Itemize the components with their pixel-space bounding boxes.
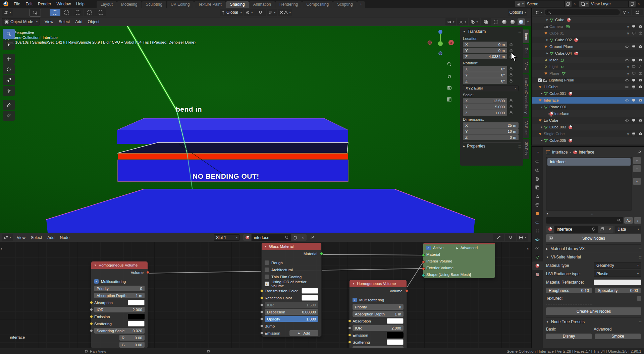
outliner-row-lightiing-freak[interactable]: ✓Lightiing Freak: [532, 77, 644, 83]
node-socket[interactable]: [260, 303, 263, 306]
select-mode-0[interactable]: [50, 9, 60, 16]
properties-tab-scene[interactable]: [532, 192, 543, 200]
shading-wireframe-button[interactable]: [492, 18, 500, 25]
node-socket[interactable]: [348, 334, 351, 337]
tool-move[interactable]: [3, 54, 15, 64]
lock-icon[interactable]: [509, 42, 513, 47]
blender-logo-icon[interactable]: [3, 1, 8, 6]
shading-rendered-button[interactable]: [518, 18, 525, 25]
hide-toggle[interactable]: ∨: [627, 132, 629, 136]
checkbox[interactable]: ✓: [353, 298, 357, 302]
scene-icon[interactable]: ▾: [515, 1, 525, 7]
parent-node-tree-icon[interactable]: [493, 234, 504, 241]
node-menu-node[interactable]: Node: [57, 234, 72, 242]
node-socket[interactable]: [348, 327, 351, 330]
outliner-row-camera[interactable]: Camera∨: [532, 23, 644, 30]
viewport-menu-select[interactable]: Select: [56, 18, 72, 26]
menu-file[interactable]: File: [11, 0, 23, 8]
properties-tab-constraints[interactable]: [532, 244, 543, 252]
lock-icon[interactable]: [509, 67, 513, 71]
tool-measure[interactable]: [3, 111, 15, 121]
npanel-tab-luxcoreonlinelibrary[interactable]: LuxCoreOnlineLibrary: [523, 74, 529, 117]
remove-slot-button[interactable]: −: [633, 165, 641, 172]
roughness-slider[interactable]: Roughness0.10: [546, 288, 592, 293]
properties-tab-output[interactable]: [532, 174, 543, 183]
shading-dropdown[interactable]: ▾: [527, 20, 529, 23]
disable-viewport-toggle-icon[interactable]: [632, 71, 636, 75]
dimensions-y-field[interactable]: Y10 m: [463, 128, 519, 134]
outliner-row-laser[interactable]: laser: [532, 57, 644, 63]
node-color-reflection-color[interactable]: Reflection Color: [262, 294, 321, 301]
expand-arrow[interactable]: ▶: [545, 18, 549, 21]
material-slot-dropdown[interactable]: Slot 1▾: [214, 234, 240, 241]
node-field-ior[interactable]: IOR1.500: [265, 302, 318, 308]
outliner-row-lo-cube[interactable]: Lo Cube: [532, 117, 644, 124]
expand-arrow[interactable]: ▶: [545, 52, 549, 55]
outliner-row-cube-01[interactable]: Cube 01∨: [532, 30, 644, 37]
disable-viewport-toggle-icon[interactable]: [632, 58, 636, 62]
copy-material-button[interactable]: [291, 234, 299, 241]
node-material-output[interactable]: ✓Active▶ AdvancedMaterialInterior Volume…: [423, 243, 495, 278]
npanel-tab-item[interactable]: Item: [523, 30, 529, 43]
disable-viewport-toggle-icon[interactable]: [632, 78, 636, 82]
properties-tab-render[interactable]: [532, 166, 543, 174]
disable-render-toggle-icon[interactable]: [638, 132, 643, 136]
xray-toggle[interactable]: [481, 18, 491, 25]
breadcrumb-object[interactable]: Interface: [552, 150, 568, 155]
location-y-field[interactable]: Y0 m: [463, 48, 507, 53]
hide-toggle[interactable]: ∨: [627, 25, 629, 28]
rotation-x-field[interactable]: X0°: [463, 66, 507, 72]
disable-viewport-toggle-icon[interactable]: [632, 31, 636, 35]
node-field-scattering-scale[interactable]: Scattering Scale0.020: [94, 328, 145, 334]
browse-material-icon-props[interactable]: [546, 226, 554, 233]
node-socket[interactable]: [260, 332, 263, 335]
dimensions-x-field[interactable]: X25 m: [463, 122, 519, 128]
node-color-absorption[interactable]: Absorption: [91, 299, 148, 306]
toggle-ortho-icon[interactable]: [445, 95, 453, 104]
snap-settings-dropdown[interactable]: ▾: [267, 9, 277, 16]
view-layer-icon[interactable]: ▾: [579, 1, 589, 7]
select-mode-4[interactable]: [95, 9, 106, 16]
node-color-emission[interactable]: Emission: [91, 313, 148, 320]
scene-unlink-button[interactable]: ×: [572, 1, 577, 7]
properties-tab-modifiers[interactable]: [532, 218, 543, 226]
node-field-ior[interactable]: IOR2.000: [353, 325, 404, 331]
node-canvas[interactable]: interface ▸ ◂ ▼Homogeneous VolumeVolume✓…: [0, 242, 531, 349]
lock-icon[interactable]: [509, 105, 513, 109]
outliner-row-light[interactable]: Light∨: [532, 63, 644, 70]
node-socket[interactable]: [422, 260, 425, 263]
active-tool-icon[interactable]: [30, 9, 41, 17]
breadcrumb-material[interactable]: interface: [579, 150, 594, 155]
slot-expand-arrow[interactable]: ▼: [546, 212, 549, 215]
menu-window[interactable]: Window: [54, 0, 73, 8]
hide-toggle-icon[interactable]: [625, 45, 629, 49]
new-collection-button[interactable]: [632, 9, 643, 15]
disable-viewport-toggle-icon[interactable]: [632, 132, 636, 136]
hide-toggle[interactable]: ∨: [627, 72, 629, 75]
create-envi-nodes-button[interactable]: Create EnVi Nodes: [546, 307, 641, 315]
node-field-g[interactable]: G0.00: [119, 342, 145, 348]
material-name-field-props[interactable]: interface: [554, 226, 598, 233]
snap-node-toggle[interactable]: [505, 234, 516, 241]
disney-button[interactable]: Disney: [546, 334, 592, 339]
color-swatch[interactable]: [128, 321, 145, 327]
disable-viewport-toggle-icon[interactable]: [632, 24, 636, 28]
outliner-row-cube-002[interactable]: ▶Cube.002: [532, 37, 644, 43]
node-socket[interactable]: [422, 274, 425, 277]
navigation-gizmo[interactable]: X: [425, 26, 458, 60]
active-checkbox[interactable]: ✓: [426, 246, 431, 250]
material-slot-list[interactable]: interface: [546, 157, 632, 211]
node-check-multiscattering[interactable]: ✓Multiscattering: [91, 278, 148, 285]
browse-material-icon[interactable]: [243, 234, 251, 241]
node-socket[interactable]: [90, 329, 93, 332]
view-layer-remove-button[interactable]: ×: [636, 1, 641, 7]
disable-render-toggle-icon[interactable]: [638, 78, 643, 82]
node-socket[interactable]: [348, 341, 351, 344]
tool-rotate[interactable]: [3, 64, 15, 74]
disable-render-toggle-icon[interactable]: [638, 45, 643, 49]
lock-icon[interactable]: [509, 79, 513, 83]
outliner-row-cube-001[interactable]: ▶Cube.001: [532, 90, 644, 97]
disable-render-toggle-icon[interactable]: [638, 85, 643, 89]
node-socket[interactable]: [260, 317, 263, 320]
object-type-visibility-dropdown[interactable]: ▾: [445, 18, 456, 25]
